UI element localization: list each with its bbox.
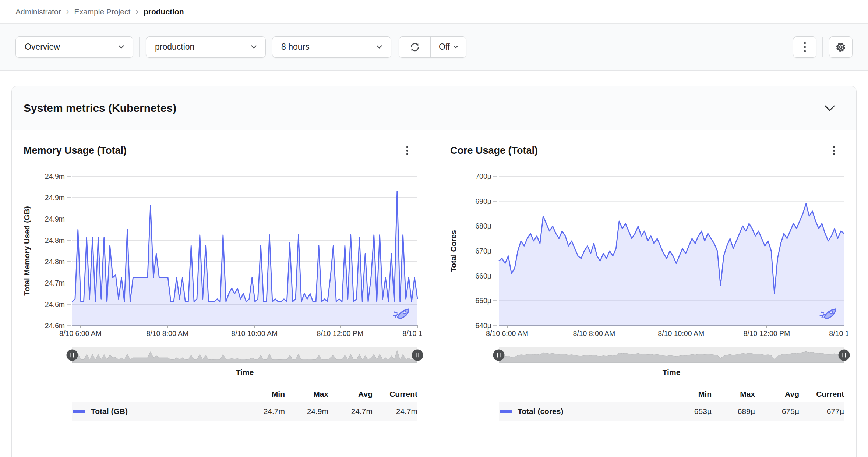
brush-handle-left[interactable] [493,349,505,361]
chart-menu-kebab-icon[interactable] [404,144,410,157]
y-tick-mark [493,251,497,251]
series-current-value: 24.7m [373,407,417,416]
time-brush[interactable] [72,347,417,363]
plot-area[interactable]: 24.9m24.9m24.9m24.8m24.8m24.7m24.6m24.6m… [72,176,417,326]
breadcrumb-org-link[interactable]: Administrator [15,7,61,16]
y-tick-mark [493,176,497,177]
kebab-vertical-icon [804,42,806,52]
y-tick-mark [67,240,71,241]
chart-legend: Min Max Avg Current Total (GB) 24.7m 24.… [72,386,417,421]
series-avg-value: 24.7m [328,407,373,416]
legend-header-avg: Avg [328,390,373,398]
toolbar-more-button[interactable] [793,36,816,58]
x-tick-label: 8/10 1:46 [402,329,422,338]
metrics-toolbar: Overview production 8 hours Off [0,24,868,71]
y-tick-label: 24.7m [45,279,65,287]
auto-refresh-control: Off [399,36,466,58]
x-axis-labels: 8/10 6:00 AM8/10 8:00 AM8/10 10:00 AM8/1… [50,329,422,340]
x-tick-label: 8/10 8:00 AM [146,329,188,338]
x-tick-mark [167,325,168,328]
x-tick-label: 8/10 6:00 AM [59,329,102,338]
y-axis-title: Total Memory Used (GB) [22,206,31,295]
y-tick-mark [493,276,497,276]
rocket-watermark-icon [819,307,838,323]
chevron-down-icon[interactable] [825,105,835,111]
x-tick-label: 8/10 10:00 AM [231,329,278,338]
x-tick-mark [254,325,255,328]
series-swatch [500,410,512,413]
gear-icon [835,41,847,53]
breadcrumb-project-link[interactable]: Example Project [74,7,130,16]
chart-title: Memory Usage (Total) [24,145,127,156]
legend-header-min: Min [667,390,712,398]
legend-header-avg: Avg [755,390,799,398]
plot-area[interactable]: 700µ690µ680µ670µ660µ650µ640µ 8/10 6:00 A… [499,176,844,326]
y-tick-label: 650µ [475,297,491,305]
x-axis-labels: 8/10 6:00 AM8/10 8:00 AM8/10 10:00 AM8/1… [477,329,848,340]
chart-legend: Min Max Avg Current Total (cores) 653µ 6… [499,386,844,421]
x-tick-label: 8/10 12:00 PM [743,329,790,338]
time-range-select-value: 8 hours [281,42,310,52]
x-tick-mark [681,325,681,328]
series-avg-value: 675µ [755,407,799,416]
chart-menu-kebab-icon[interactable] [831,144,837,157]
series-max-value: 24.9m [285,407,328,416]
chevron-right-icon: › [66,7,69,17]
refresh-interval-select[interactable]: Off [431,37,466,57]
y-tick-label: 24.6m [45,300,65,309]
brush-series-area [72,350,417,363]
y-tick-mark [493,300,497,301]
legend-header-min: Min [241,390,285,398]
y-tick-label: 24.6m [45,322,65,330]
y-tick-mark [493,226,497,226]
y-tick-mark [67,261,71,262]
legend-header-max: Max [285,390,328,398]
chevron-down-icon [454,46,458,49]
y-tick-mark [67,325,71,326]
legend-series-row[interactable]: Total (GB) 24.7m 24.9m 24.7m 24.7m [72,402,417,421]
breadcrumb: Administrator › Example Project › produc… [0,0,868,24]
environment-select[interactable]: production [146,36,266,58]
brush-handle-right[interactable] [839,349,850,361]
chart-title: Core Usage (Total) [450,145,538,156]
x-tick-mark [844,325,844,328]
toolbar-divider [822,37,823,57]
system-metrics-section-header[interactable]: System metrics (Kubernetes) [12,86,856,130]
y-tick-label: 24.9m [45,194,65,202]
x-tick-mark [340,325,341,328]
refresh-icon [409,42,420,53]
x-tick-label: 8/10 6:00 AM [486,329,528,338]
time-range-select[interactable]: 8 hours [272,36,391,58]
legend-header-max: Max [712,390,755,398]
y-tick-label: 640µ [475,322,491,330]
view-select[interactable]: Overview [15,36,133,58]
y-tick-mark [67,304,71,305]
settings-button[interactable] [829,36,853,58]
series-min-value: 653µ [667,407,712,416]
x-tick-mark [766,325,767,328]
series-name: Total (cores) [518,407,563,416]
x-tick-mark [80,325,81,328]
core-usage-chart-card: Core Usage (Total) Total Cores 700µ690µ6… [450,144,847,421]
y-tick-mark [67,176,71,177]
environment-select-value: production [155,42,194,52]
x-axis-title: Time [72,368,417,377]
x-tick-label: 8/10 8:00 AM [573,329,615,338]
time-brush[interactable] [499,347,844,363]
x-tick-label: 8/10 10:00 AM [658,329,704,338]
x-tick-mark [417,325,418,328]
y-tick-label: 680µ [475,222,491,230]
legend-header-current: Current [373,390,417,398]
refresh-button[interactable] [399,37,431,57]
brush-handle-right[interactable] [412,349,423,361]
brush-handle-left[interactable] [67,349,78,361]
y-axis-title: Total Cores [449,230,458,272]
series-swatch [73,410,85,413]
legend-header-row: Min Max Avg Current [499,386,844,402]
y-tick-label: 24.9m [45,215,65,223]
legend-series-row[interactable]: Total (cores) 653µ 689µ 675µ 677µ [499,402,844,421]
y-tick-label: 670µ [475,247,491,255]
x-axis-title: Time [499,368,844,377]
section-title: System metrics (Kubernetes) [24,102,176,114]
breadcrumb-current-env: production [144,7,184,16]
